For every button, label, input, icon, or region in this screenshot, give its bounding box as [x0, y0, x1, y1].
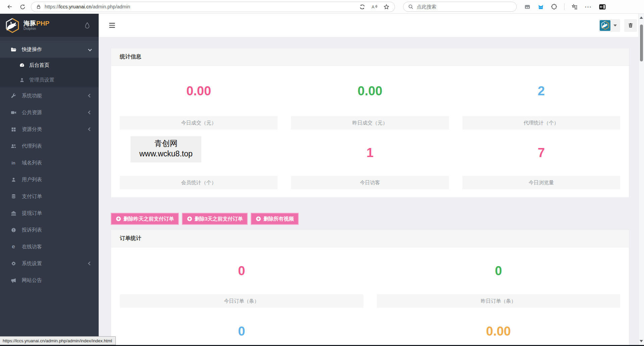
read-aloud-icon[interactable]: A: [371, 4, 378, 9]
sidebar-item-label: 快捷操作: [22, 46, 42, 53]
action-button-label: 删除所有视频: [263, 216, 294, 222]
refresh-button[interactable]: [16, 1, 29, 12]
stat-label: 今日成交（元）: [120, 116, 278, 130]
sidebar-item-site-announcement[interactable]: 网站公告: [0, 272, 99, 289]
sidebar-subitem-admin-home[interactable]: 后台首页: [0, 58, 99, 72]
sidebar-subitem-label: 后台首页: [29, 62, 49, 68]
stats-card: 统计信息 0.00今日成交（元）0.00昨日成交（元）2代理统计（个）会员统计（…: [111, 48, 629, 198]
stat-label: 今日订单（条）: [120, 294, 363, 308]
stat-row: 0今日订单（条）0昨日订单（条）: [120, 247, 620, 308]
chevron-left-icon: [88, 110, 92, 114]
sidebar-item-label: 在线访客: [22, 244, 42, 250]
search-input[interactable]: 点此搜索: [403, 2, 517, 12]
user-menu-button[interactable]: [599, 19, 620, 32]
action-button-label: 删除3天之前支付订单: [195, 216, 243, 222]
sidebar-subitem-admin-settings[interactable]: 管理员设置: [0, 72, 99, 87]
status-bar-link: https://lccs.yruanai.cn/admin.php/admin/…: [0, 336, 116, 345]
stat-cell: 2代理统计（个）: [462, 66, 620, 130]
watermark: 青创网 www.wcku8.top: [131, 136, 201, 162]
sidebar-item-public-resources[interactable]: 公共资源: [0, 104, 99, 121]
stat-label: 昨日成交（元）: [291, 116, 449, 130]
sidebar-item-user-list[interactable]: 用户列表: [0, 171, 99, 188]
plus-circle-icon: [187, 216, 192, 221]
svg-text:A: A: [372, 5, 375, 9]
sidebar-item-label: 资源分类: [22, 126, 42, 133]
stat-cell: 0.00昨日成交（元）: [291, 66, 449, 130]
sidebar-item-label: 投诉列表: [22, 227, 42, 233]
sidebar-item-online-visitors[interactable]: e在线访客: [0, 238, 99, 255]
sidebar-item-complaint-list[interactable]: 投诉列表: [0, 221, 99, 238]
collections-icon[interactable]: [572, 4, 578, 10]
stat-value: 0.00: [120, 66, 278, 116]
copilot-sidebar-icon[interactable]: [599, 4, 606, 10]
sidebar-item-payment-orders[interactable]: 支付订单: [0, 188, 99, 205]
extensions-puzzle-icon[interactable]: [551, 4, 557, 10]
scroll-up-icon[interactable]: [640, 16, 643, 19]
sidebar-item-withdrawal-orders[interactable]: 提现订单: [0, 205, 99, 221]
workspaces-icon[interactable]: [524, 4, 531, 10]
stats-card-title: 统计信息: [111, 48, 629, 66]
sidebar-item-system-functions[interactable]: 系统功能: [0, 87, 99, 104]
caret-down-icon: [613, 24, 617, 27]
scroll-thumb[interactable]: [640, 24, 643, 61]
brand: 海豚PHP Dolphin: [0, 14, 99, 37]
browser-toolbar: https://lccs.yruanai.cn/admin.php/admin …: [0, 0, 644, 14]
sidebar-item-label: 用户列表: [22, 177, 42, 183]
sidebar-item-quick-actions[interactable]: 快捷操作: [0, 41, 99, 58]
more-menu-icon[interactable]: ···: [585, 4, 592, 10]
stat-value: 0: [377, 247, 621, 294]
sidebar-item-label: 代理列表: [22, 143, 42, 149]
delete-all-videos-button[interactable]: 删除所有视频: [251, 213, 299, 225]
translate-icon[interactable]: [359, 4, 365, 10]
url-text: https://lccs.yruanai.cn/admin.php/admin: [45, 4, 130, 9]
cat-extension-icon[interactable]: [538, 4, 544, 10]
sidebar-item-system-settings[interactable]: 系统设置: [0, 255, 99, 272]
back-button[interactable]: [3, 1, 16, 12]
user-icon: [10, 177, 17, 182]
sidebar-item-label: 网站公告: [22, 277, 42, 284]
submenu-quick-actions: 后台首页管理员设置: [0, 58, 99, 87]
sidebar-item-resource-categories[interactable]: 资源分类: [0, 121, 99, 138]
warning-icon: [10, 228, 17, 233]
stat-row: 0.00今日成交（元）0.00昨日成交（元）2代理统计（个）: [120, 66, 620, 130]
delete-pay-orders-before-yesterday-button[interactable]: 删除昨天之前支付订单: [111, 213, 179, 225]
brand-title: 海豚PHP: [23, 20, 49, 27]
stat-row: 00.00: [120, 308, 620, 345]
stat-value: 0: [120, 308, 363, 345]
sidebar-item-label: 提现订单: [22, 210, 42, 216]
stat-label: 昨日订单（条）: [377, 294, 621, 308]
trash-button[interactable]: [624, 19, 637, 32]
wrench-icon: [10, 93, 17, 99]
search-placeholder: 点此搜索: [417, 4, 436, 10]
scrollbar[interactable]: [638, 14, 644, 345]
stat-cell: 0昨日订单（条）: [377, 247, 621, 308]
scroll-down-icon[interactable]: [640, 340, 643, 342]
megaphone-icon: [10, 278, 17, 283]
gear-icon: [10, 261, 17, 266]
sidebar-item-label: 系统设置: [22, 260, 42, 267]
lock-icon[interactable]: [36, 4, 41, 9]
water-drop-icon[interactable]: [85, 22, 90, 29]
chevron-left-icon: [88, 127, 92, 131]
chevron-down-icon: [88, 47, 92, 51]
database-icon: [10, 194, 17, 199]
sidebar-item-agent-list[interactable]: 代理列表: [0, 138, 99, 154]
sidebar-item-label: 系统功能: [22, 93, 42, 99]
stat-cell: 0.00: [377, 308, 621, 345]
sidebar: 海豚PHP Dolphin 快捷操作后台首页管理员设置系统功能公共资源资源分类代…: [0, 14, 99, 345]
brand-subtitle: Dolphin: [23, 27, 49, 31]
order-card: 订单统计 0今日订单（条）0昨日订单（条）00.00: [111, 230, 629, 345]
sidebar-subitem-label: 管理员设置: [29, 77, 54, 83]
favorite-star-icon[interactable]: [384, 4, 389, 10]
sidebar-menu: 快捷操作后台首页管理员设置系统功能公共资源资源分类代理列表in域名列表用户列表支…: [0, 37, 99, 289]
sidebar-item-domain-list[interactable]: in域名列表: [0, 154, 99, 171]
stat-cell: 0.00今日成交（元）: [120, 66, 278, 130]
chevron-left-icon: [88, 261, 92, 265]
address-bar[interactable]: https://lccs.yruanai.cn/admin.php/admin …: [31, 2, 395, 12]
edge-icon: e: [10, 243, 17, 250]
stat-label: 今日访客: [291, 176, 449, 189]
hamburger-menu-icon[interactable]: [109, 22, 115, 28]
plus-circle-icon: [256, 216, 261, 221]
stat-label: 今日浏览量: [462, 176, 620, 189]
delete-pay-orders-before-3-days-button[interactable]: 删除3天之前支付订单: [182, 213, 248, 225]
